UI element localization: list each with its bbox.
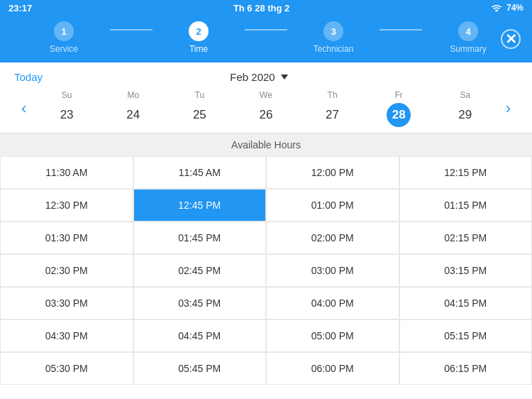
step-3[interactable]: 3 Technician <box>287 21 379 54</box>
status-bar: 23:17 Th 6 28 thg 2 74% <box>0 0 532 16</box>
time-slot[interactable]: 01:15 PM <box>399 189 533 222</box>
status-day: Th 6 28 thg 2 <box>233 3 289 13</box>
time-slot[interactable]: 06:15 PM <box>399 352 533 385</box>
time-slot[interactable]: 06:00 PM <box>266 352 399 385</box>
step-3-circle: 3 <box>323 21 343 41</box>
time-slot[interactable]: 04:30 PM <box>0 319 133 352</box>
today-button[interactable]: Today <box>14 71 43 83</box>
time-slot[interactable]: 02:30 PM <box>0 254 133 287</box>
time-slot[interactable]: 05:45 PM <box>133 352 267 385</box>
step-4-circle: 4 <box>458 21 478 41</box>
time-slot[interactable]: 03:00 PM <box>266 254 399 287</box>
time-slot[interactable]: 05:15 PM <box>399 319 533 352</box>
day-item-24[interactable]: Mo 24 <box>121 90 145 127</box>
step-1[interactable]: 1 Service <box>18 21 110 54</box>
time-slot[interactable]: 03:30 PM <box>0 287 133 319</box>
calendar-top: Today Feb 2020 <box>14 71 518 83</box>
time-slot[interactable]: 04:00 PM <box>266 287 399 319</box>
day-number: 27 <box>321 103 345 127</box>
time-slot[interactable]: 11:45 AM <box>133 156 267 189</box>
day-item-27[interactable]: Th 27 <box>321 90 345 127</box>
close-button[interactable]: ✕ <box>501 29 521 49</box>
status-icons: 74% <box>491 3 523 13</box>
time-slot[interactable]: 11:30 AM <box>0 156 133 189</box>
time-slot[interactable]: 03:45 PM <box>133 287 267 319</box>
day-name: Sa <box>460 90 470 100</box>
day-name: Th <box>328 90 338 100</box>
step-2-label: Time <box>189 44 208 54</box>
time-slot[interactable]: 04:15 PM <box>399 287 533 319</box>
day-item-28[interactable]: Fr 28 <box>387 90 411 127</box>
day-name: Su <box>62 90 72 100</box>
day-number: 24 <box>121 103 145 127</box>
day-number: 23 <box>55 103 79 127</box>
time-slot[interactable]: 12:30 PM <box>0 189 133 222</box>
time-slot[interactable]: 04:45 PM <box>133 319 267 352</box>
time-slot[interactable]: 01:00 PM <box>266 189 399 222</box>
day-item-26[interactable]: We 26 <box>254 90 278 127</box>
battery-text: 74% <box>506 3 523 13</box>
time-slot[interactable]: 02:45 PM <box>133 254 267 287</box>
wifi-icon <box>491 4 502 12</box>
time-slot[interactable]: 12:00 PM <box>266 156 399 189</box>
day-number: 28 <box>387 103 411 127</box>
day-item-25[interactable]: Tu 25 <box>187 90 211 127</box>
day-number: 25 <box>187 103 211 127</box>
time-grid: 11:30 AM11:45 AM12:00 PM12:15 PM12:30 PM… <box>0 156 532 385</box>
time-slot[interactable]: 01:45 PM <box>133 222 267 254</box>
step-1-circle: 1 <box>54 21 74 41</box>
day-name: We <box>260 90 272 100</box>
step-connector-3 <box>379 29 422 31</box>
day-item-23[interactable]: Su 23 <box>55 90 79 127</box>
day-name: Mo <box>127 90 139 100</box>
time-slot[interactable]: 01:30 PM <box>0 222 133 254</box>
step-2[interactable]: 2 Time <box>153 21 245 54</box>
week-nav: ‹ Su 23 Mo 24 Tu 25 We 26 Th 27 Fr 28 Sa… <box>14 90 518 127</box>
time-slot[interactable]: 03:15 PM <box>399 254 533 287</box>
month-label: Feb 2020 <box>230 71 275 83</box>
steps-container: 1 Service 2 Time 3 Technician 4 Summary <box>18 21 514 54</box>
day-name: Tu <box>195 90 205 100</box>
available-hours-label: Available Hours <box>231 139 301 151</box>
time-slot[interactable]: 05:00 PM <box>266 319 399 352</box>
status-time: 23:17 <box>9 3 32 13</box>
days-row: Su 23 Mo 24 Tu 25 We 26 Th 27 Fr 28 Sa 2… <box>33 90 498 127</box>
step-2-circle: 2 <box>189 21 209 41</box>
available-hours-header: Available Hours <box>0 133 532 156</box>
next-week-button[interactable]: › <box>499 99 518 118</box>
month-selector[interactable]: Feb 2020 <box>230 71 287 83</box>
day-number: 29 <box>453 103 477 127</box>
day-number: 26 <box>254 103 278 127</box>
step-header: 1 Service 2 Time 3 Technician 4 Summary … <box>0 16 532 62</box>
day-item-29[interactable]: Sa 29 <box>453 90 477 127</box>
time-slot[interactable]: 02:00 PM <box>266 222 399 254</box>
prev-week-button[interactable]: ‹ <box>14 99 33 118</box>
step-4-label: Summary <box>450 44 486 54</box>
time-slot[interactable]: 12:15 PM <box>399 156 533 189</box>
time-slot[interactable]: 02:15 PM <box>399 222 533 254</box>
step-connector-2 <box>245 29 287 31</box>
month-dropdown-arrow <box>281 75 288 80</box>
time-slot[interactable]: 05:30 PM <box>0 352 133 385</box>
time-slot[interactable]: 12:45 PM <box>133 189 267 222</box>
step-3-label: Technician <box>314 44 354 54</box>
calendar-section: Today Feb 2020 ‹ Su 23 Mo 24 Tu 25 We 26… <box>0 62 532 133</box>
step-connector-1 <box>110 29 153 31</box>
step-1-label: Service <box>50 44 78 54</box>
day-name: Fr <box>395 90 403 100</box>
